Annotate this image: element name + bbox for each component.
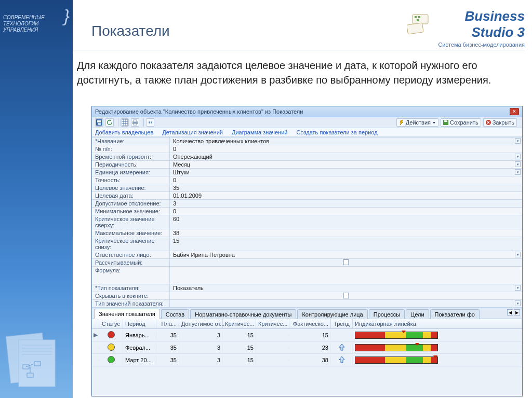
tabscroll-right-icon[interactable]: ▶ (514, 309, 520, 315)
svg-rect-4 (407, 23, 423, 34)
checkbox[interactable] (343, 259, 349, 265)
main-toolbar: Действия ▼ Сохранить Закрыть (92, 117, 522, 128)
disk-green-icon (443, 120, 448, 125)
field-label: *Тип показателя: (92, 284, 170, 292)
close-window-icon[interactable]: ✕ (510, 108, 519, 115)
field-value[interactable] (170, 259, 522, 266)
indicator-gauge (355, 356, 438, 364)
field-label: Критическое значение сверху: (92, 215, 170, 229)
field-label: Единица измерения: (92, 169, 170, 176)
field-value[interactable]: Штуки▾ (170, 169, 522, 176)
table-row[interactable]: Феврал...3531523 (92, 341, 522, 354)
grid-icon[interactable] (121, 118, 129, 127)
status-indicator-icon (108, 344, 115, 351)
detail-tabs: Значения показателяСоставНормативно-спра… (92, 308, 522, 319)
indicator-gauge (355, 332, 438, 339)
field-value[interactable]: 0 (170, 176, 522, 184)
trend-up-icon (338, 344, 345, 351)
slide-heading: Показатели (91, 23, 170, 39)
field-label: Ответственное лицо: (92, 251, 170, 258)
field-label: Временной горизонт: (92, 153, 170, 160)
link-create-period[interactable]: Создать показатели за период (297, 129, 378, 135)
field-value[interactable]: 15 (170, 237, 522, 251)
checkbox[interactable] (343, 293, 349, 298)
dropdown-icon[interactable]: ▾ (515, 154, 521, 159)
dropdown-icon[interactable]: ▾ (515, 161, 521, 167)
status-indicator-icon (108, 331, 115, 338)
field-value[interactable]: Показатель▾ (170, 284, 522, 292)
tab[interactable]: Состав (161, 309, 189, 319)
grid-body: ▶Январь...3531515Феврал...3531523Март 20… (92, 329, 522, 366)
field-value[interactable]: 60 (170, 215, 522, 229)
svg-marker-20 (339, 344, 344, 350)
link-detail-values[interactable]: Детализация значений (162, 129, 223, 135)
svg-rect-18 (444, 120, 447, 122)
dropdown-icon[interactable]: ▾ (515, 252, 521, 257)
bolt-icon (399, 120, 404, 125)
field-value[interactable]: 0 (170, 145, 522, 153)
field-label: Максимальное значение: (92, 229, 170, 237)
field-value[interactable] (170, 292, 522, 299)
link-diagram-values[interactable]: Диаграмма значений (232, 129, 287, 135)
col-header[interactable]: Пла... (156, 319, 179, 328)
tabscroll-left-icon[interactable]: ◀ (507, 309, 513, 315)
field-value[interactable]: 3 (170, 200, 522, 207)
field-label: Минимальное значение: (92, 208, 170, 215)
field-value[interactable]: 38 (170, 229, 522, 237)
col-header[interactable]: Критичес... (223, 319, 256, 328)
save-button[interactable]: Сохранить (441, 118, 481, 127)
field-value[interactable]: Количество привлеченных клиентов▾ (170, 138, 522, 145)
grid-header: СтатусПериодПла...Допустимое от...Критич… (92, 319, 522, 329)
properties-form: *Название:Количество привлеченных клиент… (92, 137, 522, 308)
tab[interactable]: Процессы (369, 309, 405, 319)
field-value[interactable]: 0 (170, 208, 522, 215)
brand-diagram-icon (407, 13, 433, 36)
field-value[interactable]: 01.01.2009 (170, 192, 522, 199)
field-value[interactable]: 35 (170, 184, 522, 191)
field-value[interactable]: ▾ (170, 300, 522, 307)
svg-rect-15 (134, 123, 137, 125)
col-header[interactable]: Статус (99, 319, 123, 328)
actions-dropdown[interactable]: Действия ▼ (396, 118, 438, 127)
dropdown-icon[interactable]: ▾ (515, 169, 521, 175)
trend-up-icon (338, 356, 345, 363)
close-button[interactable]: Закрыть (483, 118, 517, 127)
refresh-icon[interactable] (105, 118, 114, 127)
tab[interactable]: Нормативно-справочные документы (190, 309, 296, 319)
col-header[interactable]: Критичес... (256, 319, 289, 328)
table-row[interactable]: ▶Январь...3531515 (92, 329, 522, 341)
dropdown-icon[interactable]: ▾ (515, 138, 521, 144)
svg-rect-8 (122, 119, 128, 126)
tab[interactable]: Значения показателя (94, 309, 160, 319)
link-icon[interactable] (146, 118, 154, 127)
col-header[interactable]: Допустимое от... (179, 319, 223, 328)
dropdown-icon[interactable]: ▾ (515, 285, 521, 291)
tab[interactable]: Показатели фо (430, 309, 480, 319)
tab[interactable]: Цели (406, 309, 429, 319)
svg-rect-6 (97, 120, 101, 122)
indicator-gauge (355, 344, 438, 351)
col-header[interactable]: Фактическо... (289, 319, 331, 328)
field-label: Допустимое отклонение: (92, 200, 170, 207)
link-add-owners[interactable]: Добавить владельцев (95, 129, 153, 135)
close-red-icon (486, 120, 491, 125)
field-value[interactable]: Месяц▾ (170, 161, 522, 168)
print-icon[interactable] (131, 118, 139, 127)
action-links-row: Добавить владельцев Детализация значений… (92, 128, 522, 137)
save-icon[interactable] (95, 118, 103, 127)
field-value[interactable]: Опережающий▾ (170, 153, 522, 160)
tab[interactable]: Контролирующие лица (297, 309, 367, 319)
table-row[interactable]: Март 20...3531538 (92, 354, 522, 366)
col-header[interactable]: Тренд (331, 319, 353, 328)
app-window: Редактирование объекта "Количество привл… (91, 106, 523, 396)
field-value[interactable]: Бабич Ирина Петровна▾ (170, 251, 522, 258)
field-label: Скрывать в кокпите: (92, 292, 170, 299)
field-label: Критическое значение снизу: (92, 237, 170, 251)
dropdown-icon[interactable]: ▾ (515, 300, 521, 306)
field-label: Тип значений показателя: (92, 300, 170, 307)
field-value[interactable] (170, 267, 522, 284)
col-header[interactable]: Период (123, 319, 156, 328)
col-header[interactable]: Индикаторная линейка (353, 319, 522, 328)
window-title: Редактирование объекта "Количество привл… (95, 108, 303, 115)
slide-body-text: Для каждого показателя задаются целевое … (77, 58, 501, 87)
